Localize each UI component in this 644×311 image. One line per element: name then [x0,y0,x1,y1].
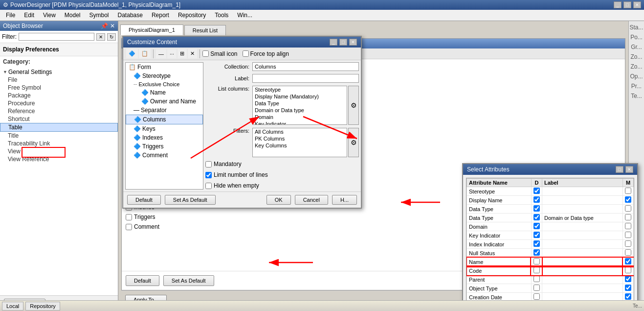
filter-input[interactable] [19,33,94,41]
lc-domain-or-data[interactable]: Domain or Data type [253,107,347,114]
tree-general-settings[interactable]: ▼ General Settings [0,68,118,76]
small-icon-cb[interactable]: Small icon [202,50,237,57]
tree-view-reference[interactable]: View Reference [0,155,118,163]
table-set-as-default-btn[interactable]: Set As Default [163,275,214,286]
filters-edit-btn[interactable]: ⚙ [348,128,359,157]
node-owner-and-name[interactable]: 🔷 Owner and Name [126,97,203,106]
tree-file[interactable]: File [0,76,118,84]
lc-display-name[interactable]: Display Name (Mandatory) [253,93,347,100]
node-comment[interactable]: 🔷 Comment [126,151,203,160]
attr-row-code[interactable]: Code [467,266,634,275]
node-keys[interactable]: 🔷 Keys [126,124,203,133]
filter-pk-cols[interactable]: PK Columns [253,135,347,142]
attr-row-data-type1[interactable]: Data Type [467,205,634,214]
node-indexes[interactable]: 🔷 Indexes [126,133,203,142]
menu-report[interactable]: Report [148,11,173,20]
attr-row-parent[interactable]: Parent [467,275,634,284]
lc-key-indicator[interactable]: Key Indicator [253,120,347,125]
node-triggers[interactable]: 🔷 Triggers [126,142,203,151]
menu-symbol[interactable]: Symbol [86,11,113,20]
tree-reference[interactable]: Reference [0,107,118,115]
tree-free-symbol[interactable]: Free Symbol [0,84,118,92]
tab-physical-diagram[interactable]: PhysicalDiagram_1 [120,24,183,35]
attr-row-stereotype[interactable]: Stereotype [467,187,634,196]
toolbar-icon2[interactable]: 📋 [139,49,151,58]
node-form[interactable]: 📋 Form [126,63,203,72]
tree-package[interactable]: Package [0,92,118,99]
customize-dialog-close[interactable]: ✕ [349,39,357,46]
tree-shortcut[interactable]: Shortcut [0,115,118,123]
lc-data-type[interactable]: Data Type [253,100,347,107]
minimize-btn[interactable]: _ [614,1,622,8]
lc-stereotype[interactable]: Stereotype [253,86,347,93]
close-btn[interactable]: ✕ [633,1,641,8]
tree-procedure[interactable]: Procedure [0,99,118,107]
menu-win[interactable]: Win... [233,11,256,20]
attr-row-index-indicator[interactable]: Index Indicator [467,240,634,249]
tree-view[interactable]: View [0,147,118,155]
customize-ok-btn[interactable]: OK [266,195,291,205]
tab-result-list[interactable]: Result List [184,25,226,35]
maximize-btn[interactable]: □ [623,1,631,8]
attr-row-object-type[interactable]: Object Type [467,284,634,293]
list-columns-edit-btn[interactable]: ⚙ [348,86,359,125]
filters-box[interactable]: All Columns PK Columns Key Columns [252,128,347,157]
tree-traceability-link[interactable]: Traceability Link [0,140,118,147]
menu-database[interactable]: Database [114,11,147,20]
sidebar-pr[interactable]: Pr... [630,82,643,91]
customize-help-btn[interactable]: H... [332,195,357,205]
attr-row-display-name[interactable]: Display Name [467,196,634,205]
sel-attr-close[interactable]: ✕ [625,166,633,173]
customize-default-btn[interactable]: Default [127,195,161,205]
menu-tools[interactable]: Tools [211,11,232,20]
tree-title[interactable]: Title [0,132,118,140]
taskbar-repository[interactable]: Repository [25,302,60,311]
force-top-align-cb[interactable]: Force top align [243,50,289,57]
close-panel-icon[interactable]: ✕ [110,23,115,29]
attr-row-domain[interactable]: Domain [467,222,634,231]
sidebar-te[interactable]: Te... [630,92,643,100]
menu-repository[interactable]: Repository [174,11,210,20]
sidebar-zo1[interactable]: Zo... [629,52,643,61]
list-columns-box[interactable]: Stereotype Display Name (Mandatory) Data… [252,86,347,125]
lc-domain[interactable]: Domain [253,114,347,120]
tree-table[interactable]: Table [0,123,118,132]
node-name[interactable]: 🔷 Name [126,88,203,97]
node-columns[interactable]: 🔷 Columns [126,115,203,124]
node-separator[interactable]: — Separator [126,106,203,115]
customize-set-as-default-btn[interactable]: Set As Default [165,195,216,205]
table-default-btn[interactable]: Default [126,275,159,286]
sidebar-sta[interactable]: Sta... [629,23,644,32]
sidebar-gr[interactable]: Gr... [630,43,643,51]
attr-row-data-type2[interactable]: Data Type Domain or Data type [467,214,634,222]
filter-all-cols[interactable]: All Columns [253,128,347,135]
cb-hide-empty[interactable]: Hide when empty [205,182,359,190]
menu-model[interactable]: Model [61,11,85,20]
collection-input[interactable] [252,62,359,71]
toolbar-dash[interactable]: — [156,49,166,58]
cb-limit-lines[interactable]: Limit number of lines [205,171,359,179]
sidebar-op[interactable]: Op... [629,72,644,81]
toolbar-dots[interactable]: ··· [167,49,177,58]
menu-file[interactable]: File [2,11,19,20]
node-stereotype[interactable]: 🔷 Stereotype [126,72,203,80]
toolbar-icon1[interactable]: 🔷 [126,49,138,58]
sidebar-zo2[interactable]: Zo... [629,62,643,71]
attr-row-key-indicator[interactable]: Key Indicator [467,231,634,240]
cb-mandatory[interactable]: Mandatory [205,160,359,168]
filter-clear-btn[interactable]: ✕ [96,33,105,41]
node-exclusive-choice[interactable]: ··· Exclusive Choice [126,80,203,88]
filter-go-btn[interactable]: ↻ [107,33,116,41]
customize-dialog-restore[interactable]: □ [339,39,347,46]
toolbar-grid[interactable]: ⊞ [178,49,187,58]
customize-cancel-btn[interactable]: Cancel [295,195,328,205]
menu-view[interactable]: View [39,11,60,20]
filter-key-cols[interactable]: Key Columns [253,142,347,149]
taskbar-local[interactable]: Local [2,302,23,311]
label-input[interactable] [252,74,359,83]
attr-row-name[interactable]: Name [467,258,634,266]
pin-icon[interactable]: 📌 [101,23,108,29]
sel-attr-minimize[interactable]: □ [616,166,623,173]
toolbar-delete[interactable]: ✕ [188,49,197,58]
attr-row-null-status[interactable]: Null Status [467,249,634,258]
